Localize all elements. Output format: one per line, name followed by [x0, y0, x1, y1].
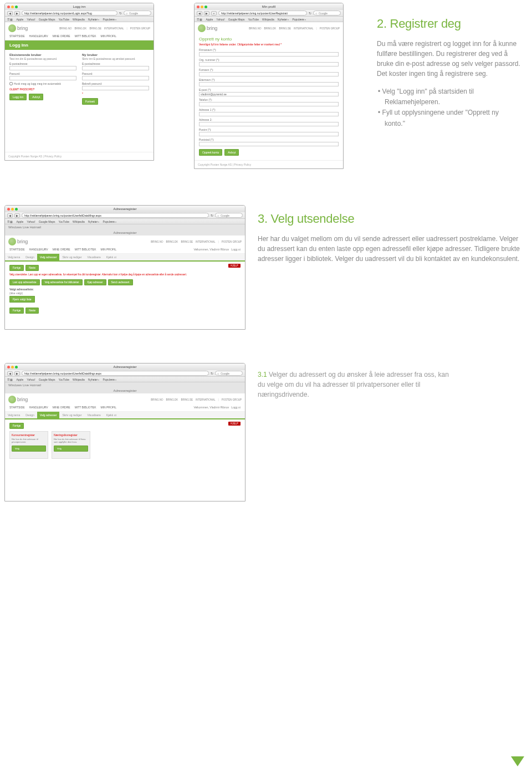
refresh-icon[interactable]: ↻	[119, 11, 122, 15]
url-field[interactable]: http://reklamehjelperen.bring.no/posten/…	[22, 11, 117, 16]
link-bring-dk[interactable]: BRING.DK	[75, 27, 87, 30]
cancel-button[interactable]: Avbryt	[29, 94, 43, 100]
bookmark-populaere[interactable]: Populære	[103, 18, 116, 21]
wizard-tab-6[interactable]: Kjøkk ut	[104, 254, 119, 260]
bookmark-populaere[interactable]: Populære	[103, 220, 116, 223]
link-bring-no[interactable]: BRING.NO	[151, 240, 163, 243]
link-bring-se[interactable]: BRING.SE	[181, 398, 193, 401]
bookmark-gmaps[interactable]: Google Maps	[228, 18, 245, 21]
logout-link[interactable]: Logg ut	[231, 248, 241, 251]
login-email-field[interactable]	[9, 66, 76, 70]
bookmark-youtube[interactable]: YouTube	[58, 18, 69, 21]
nav-profil[interactable]: MIN PROFIL	[100, 248, 116, 251]
fornavn-field[interactable]	[199, 72, 339, 76]
bookmark-apple[interactable]: Apple	[16, 220, 23, 223]
wizard-tab-3[interactable]: Velg adresser	[37, 412, 60, 418]
minimize-icon[interactable]	[11, 366, 14, 368]
bookmark-yahoo[interactable]: Yahoo!	[27, 18, 35, 21]
close-icon[interactable]	[7, 6, 10, 8]
bookmark-menu-icon[interactable]: ☰ ▦	[7, 220, 13, 223]
zoom-icon[interactable]	[204, 6, 207, 8]
bookmark-apple[interactable]: Apple	[206, 18, 213, 21]
nav-bibliotek[interactable]: MITT BIBLIOTEK	[75, 248, 96, 251]
login-button[interactable]: Logg inn	[9, 94, 27, 100]
wizard-tab-4[interactable]: Skriv og rediger	[59, 254, 84, 260]
adresse2-field[interactable]	[199, 122, 339, 126]
link-bring-no[interactable]: BRING.NO	[59, 27, 71, 30]
bookmark-wikipedia[interactable]: Wikipedia	[73, 378, 85, 381]
add-icon[interactable]: +	[211, 11, 217, 16]
login-password-field[interactable]	[9, 76, 76, 80]
nav-profil[interactable]: MIN PROFIL	[100, 406, 116, 409]
url-field[interactable]: http://reklamehjelperen.bring.no/posten/…	[22, 213, 209, 218]
send-unaddressed-button[interactable]: Send uadressert	[108, 279, 133, 285]
minimize-icon[interactable]	[201, 6, 203, 8]
link-bring-se[interactable]: BRING.SE	[89, 27, 101, 30]
nav-startside[interactable]: STARTSIDE	[9, 34, 25, 38]
bookmark-yahoo[interactable]: Yahoo!	[27, 378, 35, 381]
buy-addresses-button[interactable]: Kjøp adresser	[84, 279, 106, 285]
bookmark-youtube[interactable]: YouTube	[248, 18, 259, 21]
back-icon[interactable]: ◀	[197, 11, 202, 16]
bookmark-nyheter[interactable]: Nyheter	[88, 220, 100, 223]
wizard-tab-3[interactable]: Velg adresser	[37, 254, 60, 260]
org-field[interactable]	[199, 62, 339, 66]
tile-select-button[interactable]: Velg	[12, 446, 46, 452]
nav-ordre[interactable]: MINE ORDRE	[53, 248, 70, 251]
link-international[interactable]: INTERNATIONAL	[294, 27, 314, 30]
help-button[interactable]: HJELP	[228, 264, 241, 268]
link-international[interactable]: INTERNATIONAL	[196, 240, 216, 243]
url-field[interactable]: http://reklamehjelperen.bring.no/posten/…	[22, 371, 209, 376]
forward-icon[interactable]: ▶	[14, 11, 20, 16]
wizard-tab-2[interactable]: Design	[23, 412, 37, 418]
link-posten-group[interactable]: POSTEN GROUP	[130, 27, 150, 30]
remember-checkbox-input[interactable]	[9, 82, 13, 85]
nav-profil[interactable]: MIN PROFIL	[100, 34, 116, 38]
bookmark-apple[interactable]: Apple	[16, 18, 23, 21]
bookmark-wikipedia[interactable]: Wikipedia	[73, 220, 85, 223]
remember-checkbox[interactable]: Husk meg og logg meg inn automatisk	[9, 82, 76, 85]
link-bring-no[interactable]: BRING.NO	[249, 27, 261, 30]
bookmark-gmaps[interactable]: Google Maps	[39, 378, 55, 381]
link-posten-group[interactable]: POSTEN GROUP	[222, 240, 242, 243]
bookmark-yahoo[interactable]: Yahoo!	[27, 220, 35, 223]
refresh-icon[interactable]: ↻	[211, 213, 213, 217]
new-password-field[interactable]	[82, 76, 149, 80]
nav-startside[interactable]: STARTSIDE	[9, 248, 25, 251]
create-account-button[interactable]: Opprett konto	[199, 149, 222, 156]
bookmark-wikipedia[interactable]: Wikipedia	[73, 18, 85, 21]
link-posten-group[interactable]: POSTEN GROUP	[222, 398, 242, 401]
link-bring-dk[interactable]: BRING.DK	[264, 27, 277, 30]
zoom-icon[interactable]	[15, 366, 18, 368]
link-bring-se[interactable]: BRING.SE	[181, 240, 193, 243]
search-field[interactable]: Google	[124, 11, 151, 16]
forward-icon[interactable]: ▶	[204, 11, 209, 16]
cancel-button[interactable]: Avbryt	[224, 149, 239, 156]
nav-ordre[interactable]: MINE ORDRE	[53, 406, 70, 409]
prev-button-2[interactable]: Forrige	[9, 308, 24, 314]
minimize-icon[interactable]	[11, 208, 14, 211]
search-field[interactable]: Google	[313, 11, 341, 16]
link-bring-no[interactable]: BRING.NO	[151, 398, 163, 401]
new-email-field[interactable]	[82, 66, 149, 70]
back-icon[interactable]: ◀	[7, 371, 13, 376]
confirm-password-field[interactable]	[82, 86, 149, 90]
nav-handlekurv[interactable]: HANDLEKURV	[29, 248, 48, 251]
bookmark-yahoo[interactable]: Yahoo!	[216, 18, 224, 21]
forgot-password-link[interactable]: GLEMT PASSORD?	[9, 88, 76, 91]
forward-icon[interactable]: ▶	[14, 371, 20, 376]
zoom-icon[interactable]	[15, 208, 18, 211]
link-international[interactable]: INTERNATIONAL	[196, 398, 216, 401]
nav-bibliotek[interactable]: MITT BIBLIOTEK	[75, 34, 96, 38]
wizard-tab-1[interactable]: Velg tema	[5, 254, 23, 260]
logout-link[interactable]: Logg ut	[231, 406, 241, 409]
telefon-field[interactable]	[199, 102, 339, 106]
forward-icon[interactable]: ▶	[14, 213, 20, 218]
epost-field[interactable]	[199, 92, 339, 96]
nav-startside[interactable]: STARTSIDE	[9, 406, 25, 409]
bookmark-gmaps[interactable]: Google Maps	[39, 220, 55, 223]
url-field[interactable]: http://reklamehjelperen.bring.no/posten/…	[218, 11, 307, 16]
bookmark-youtube[interactable]: YouTube	[58, 220, 69, 223]
link-posten-group[interactable]: POSTEN GROUP	[320, 27, 340, 30]
link-international[interactable]: INTERNATIONAL	[104, 27, 124, 30]
